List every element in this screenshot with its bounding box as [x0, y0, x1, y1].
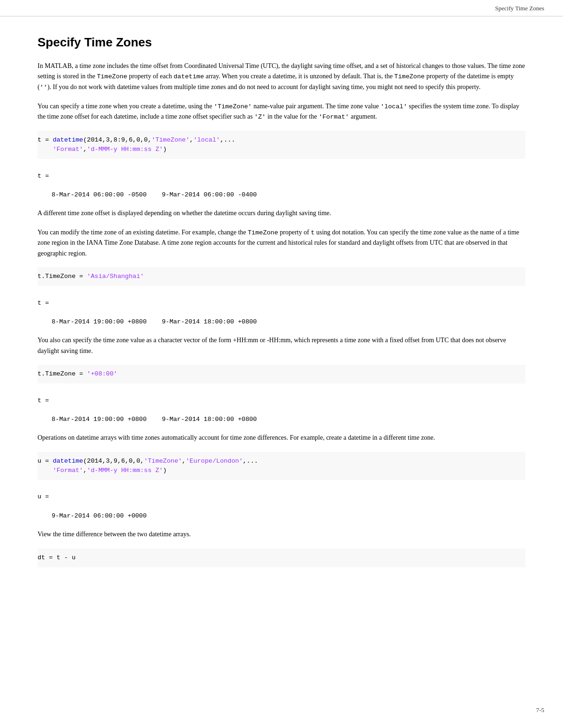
code-section-5: dt = t - u	[38, 548, 525, 567]
output-t2-value: 8-Mar-2014 19:00:00 +0800 9-Mar-2014 18:…	[38, 318, 257, 325]
code-block-1: t = datetime(2014,3,8:9,6,0,0,'TimeZone'…	[38, 131, 525, 159]
code-block-3: t.TimeZone = '+08:00'	[38, 365, 525, 383]
code-block-5: dt = t - u	[38, 548, 525, 567]
code-line-4: t.TimeZone = '+08:00'	[38, 370, 117, 377]
paragraph-6: Operations on datetime arrays with time …	[38, 433, 525, 443]
paragraph-2: You can specify a time zone when you cre…	[38, 101, 525, 122]
output-t2-var: t =	[38, 300, 49, 307]
output-u-value: 9-Mar-2014 06:00:00 +0000	[38, 512, 147, 519]
content-area: Specify Time Zones In MATLAB, a time zon…	[0, 16, 563, 604]
paragraph-3: A different time zone offset is displaye…	[38, 208, 525, 218]
page-container: Specify Time Zones Specify Time Zones In…	[0, 0, 563, 728]
code-section-2: t.TimeZone = 'Asia/Shanghai' t = 8-Mar-2…	[38, 267, 525, 327]
code-output-2: t = 8-Mar-2014 19:00:00 +0800 9-Mar-2014…	[38, 289, 525, 327]
code-output-1: t = 8-Mar-2014 06:00:00 -0500 9-Mar-2014…	[38, 162, 525, 200]
code-output-3: t = 8-Mar-2014 19:00:00 +0800 9-Mar-2014…	[38, 386, 525, 424]
code-section-3: t.TimeZone = '+08:00' t = 8-Mar-2014 19:…	[38, 365, 525, 424]
output-t-value: 8-Mar-2014 06:00:00 -0500 9-Mar-2014 06:…	[38, 191, 257, 198]
code-line-2: 'Format','d-MMM-y HH:mm:ss Z')	[38, 146, 167, 153]
code-line-5: u = datetime(2014,3,9,6,0,0,'TimeZone','…	[38, 458, 258, 465]
paragraph-4: You can modify the time zone of an exist…	[38, 227, 525, 259]
code-block-2: t.TimeZone = 'Asia/Shanghai'	[38, 267, 525, 286]
code-section-4: u = datetime(2014,3,9,6,0,0,'TimeZone','…	[38, 452, 525, 521]
paragraph-5: You also can specify the time zone value…	[38, 335, 525, 356]
code-section-1: t = datetime(2014,3,8:9,6,0,0,'TimeZone'…	[38, 131, 525, 200]
output-t3-var: t =	[38, 397, 49, 404]
page-number: 7-5	[536, 706, 544, 714]
code-line-6: 'Format','d-MMM-y HH:mm:ss Z')	[38, 467, 167, 474]
code-output-4: u = 9-Mar-2014 06:00:00 +0000	[38, 483, 525, 521]
output-t-var: t =	[38, 173, 49, 180]
page-heading: Specify Time Zones	[38, 35, 525, 50]
paragraph-1: In MATLAB, a time zone includes the time…	[38, 61, 525, 93]
paragraph-7: View the time difference between the two…	[38, 529, 525, 540]
output-u-var: u =	[38, 493, 49, 500]
header-title: Specify Time Zones	[495, 5, 544, 12]
code-line-3: t.TimeZone = 'Asia/Shanghai'	[38, 273, 144, 280]
header-bar: Specify Time Zones	[0, 0, 563, 16]
code-line-7: dt = t - u	[38, 554, 76, 561]
output-t3-value: 8-Mar-2014 19:00:00 +0800 9-Mar-2014 18:…	[38, 416, 257, 423]
code-block-4: u = datetime(2014,3,9,6,0,0,'TimeZone','…	[38, 452, 525, 480]
code-line-1: t = datetime(2014,3,8:9,6,0,0,'TimeZone'…	[38, 136, 235, 143]
